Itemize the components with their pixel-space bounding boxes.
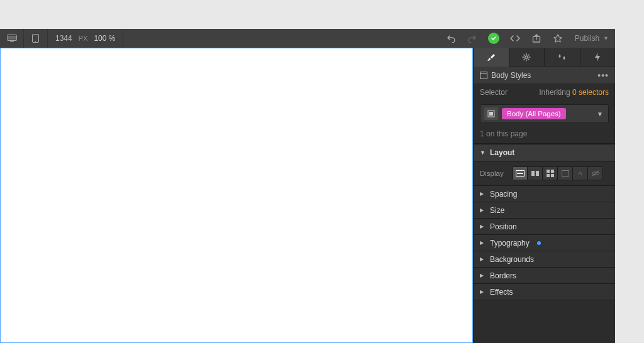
section-layout-header[interactable]: ▼ Layout bbox=[474, 144, 615, 161]
toolbar-right-group: Publish ▼ bbox=[440, 29, 615, 48]
display-button-group: A bbox=[513, 166, 603, 180]
tab-interactions[interactable] bbox=[545, 48, 580, 67]
panel-menu-button[interactable]: ••• bbox=[597, 70, 609, 80]
selector-instance-count: 1 on this page bbox=[474, 127, 615, 144]
selector-label: Selector bbox=[480, 88, 508, 97]
breakpoint-desktop-button[interactable] bbox=[0, 29, 24, 48]
display-flex-icon bbox=[531, 170, 540, 177]
section-position[interactable]: ▶ Position bbox=[474, 219, 615, 235]
modified-indicator-icon bbox=[537, 241, 541, 245]
section-effects-label: Effects bbox=[490, 288, 513, 297]
svg-point-6 bbox=[525, 56, 528, 58]
display-inlineblock-button[interactable] bbox=[558, 166, 573, 180]
display-block-button[interactable] bbox=[513, 166, 528, 180]
export-button[interactable] bbox=[526, 29, 547, 48]
redo-button[interactable] bbox=[462, 29, 483, 48]
triangle-right-icon: ▶ bbox=[480, 207, 485, 213]
display-block-icon bbox=[516, 170, 525, 177]
section-backgrounds[interactable]: ▶ Backgrounds bbox=[474, 251, 615, 268]
panel-header: Body Styles ••• bbox=[474, 67, 615, 84]
display-flex-button[interactable] bbox=[528, 166, 543, 180]
design-canvas[interactable] bbox=[0, 48, 473, 343]
selector-tag[interactable]: Body (All Pages) bbox=[502, 108, 566, 119]
publish-label: Publish bbox=[575, 34, 599, 43]
bolt-icon bbox=[594, 53, 601, 62]
section-spacing-label: Spacing bbox=[490, 190, 517, 199]
section-spacing[interactable]: ▶ Spacing bbox=[474, 186, 615, 202]
svg-rect-12 bbox=[517, 173, 523, 174]
section-position-label: Position bbox=[490, 222, 517, 231]
section-borders[interactable]: ▶ Borders bbox=[474, 268, 615, 284]
display-none-icon bbox=[591, 170, 600, 177]
display-label: Display bbox=[480, 170, 508, 177]
triangle-right-icon: ▶ bbox=[480, 289, 485, 295]
selector-field[interactable]: Body (All Pages) ▼ bbox=[480, 104, 609, 123]
section-layout-label: Layout bbox=[490, 148, 514, 157]
tab-settings[interactable] bbox=[509, 48, 545, 67]
canvas-width-value[interactable]: 1344 bbox=[55, 34, 72, 43]
svg-point-4 bbox=[35, 41, 36, 42]
selector-dropdown-caret[interactable]: ▼ bbox=[597, 111, 604, 117]
inheriting-count[interactable]: 0 selectors bbox=[572, 88, 609, 97]
breakpoint-tablet-button[interactable] bbox=[24, 29, 48, 48]
svg-rect-15 bbox=[547, 170, 550, 173]
redo-icon bbox=[468, 34, 477, 43]
canvas-dimensions: 1344 PX 100 % bbox=[48, 29, 123, 48]
app-frame: 1344 PX 100 % bbox=[0, 29, 615, 343]
section-typography[interactable]: ▶ Typography bbox=[474, 235, 615, 251]
svg-rect-7 bbox=[480, 72, 487, 79]
element-icon bbox=[487, 110, 495, 117]
triangle-down-icon: ▼ bbox=[480, 150, 485, 156]
droplets-icon bbox=[557, 53, 567, 62]
export-icon bbox=[532, 34, 541, 43]
code-view-button[interactable] bbox=[504, 29, 526, 48]
section-size[interactable]: ▶ Size bbox=[474, 202, 615, 219]
svg-rect-16 bbox=[551, 170, 554, 173]
svg-rect-2 bbox=[10, 41, 14, 42]
section-backgrounds-label: Backgrounds bbox=[490, 255, 534, 264]
inheriting-info: Inheriting 0 selectors bbox=[539, 88, 609, 97]
display-none-button[interactable] bbox=[588, 166, 603, 180]
panel-tabs bbox=[474, 48, 615, 67]
tablet-icon bbox=[32, 34, 39, 43]
desktop-icon bbox=[7, 35, 17, 42]
undo-icon bbox=[447, 34, 455, 43]
undo-button[interactable] bbox=[440, 29, 462, 48]
selector-state-button[interactable] bbox=[484, 107, 498, 120]
tab-effects[interactable] bbox=[580, 48, 616, 67]
check-circle-icon bbox=[488, 33, 499, 44]
inheriting-label: Inheriting bbox=[539, 88, 570, 97]
triangle-right-icon: ▶ bbox=[480, 256, 485, 262]
code-icon bbox=[510, 35, 520, 42]
svg-line-20 bbox=[592, 171, 599, 176]
gear-icon bbox=[522, 53, 531, 62]
display-inline-button[interactable]: A bbox=[573, 166, 588, 180]
tab-style[interactable] bbox=[474, 48, 509, 67]
top-toolbar: 1344 PX 100 % bbox=[0, 29, 615, 48]
triangle-right-icon: ▶ bbox=[480, 273, 485, 278]
svg-rect-14 bbox=[536, 171, 539, 176]
audit-icon bbox=[553, 34, 562, 43]
section-typography-label: Typography bbox=[490, 239, 530, 248]
display-grid-button[interactable] bbox=[543, 166, 558, 180]
window-chrome-padding bbox=[0, 0, 644, 29]
triangle-right-icon: ▶ bbox=[480, 224, 485, 229]
body-icon bbox=[480, 72, 487, 79]
layout-display-row: Display A bbox=[474, 161, 615, 186]
zoom-value[interactable]: 100 % bbox=[94, 34, 115, 43]
section-effects[interactable]: ▶ Effects bbox=[474, 284, 615, 300]
status-ok-button[interactable] bbox=[483, 29, 504, 48]
audit-button[interactable] bbox=[547, 29, 569, 48]
publish-button[interactable]: Publish ▼ bbox=[569, 29, 615, 48]
svg-rect-10 bbox=[489, 112, 493, 116]
px-label: PX bbox=[79, 35, 88, 42]
section-size-label: Size bbox=[490, 206, 504, 215]
svg-rect-13 bbox=[531, 171, 535, 176]
display-grid-icon bbox=[547, 170, 554, 177]
svg-rect-17 bbox=[547, 174, 550, 177]
svg-rect-19 bbox=[562, 171, 569, 177]
workspace: Body Styles ••• Selector Inheriting 0 se… bbox=[0, 48, 615, 343]
selector-header-row: Selector Inheriting 0 selectors bbox=[474, 84, 615, 101]
brush-icon bbox=[486, 53, 496, 62]
svg-rect-1 bbox=[8, 36, 16, 40]
